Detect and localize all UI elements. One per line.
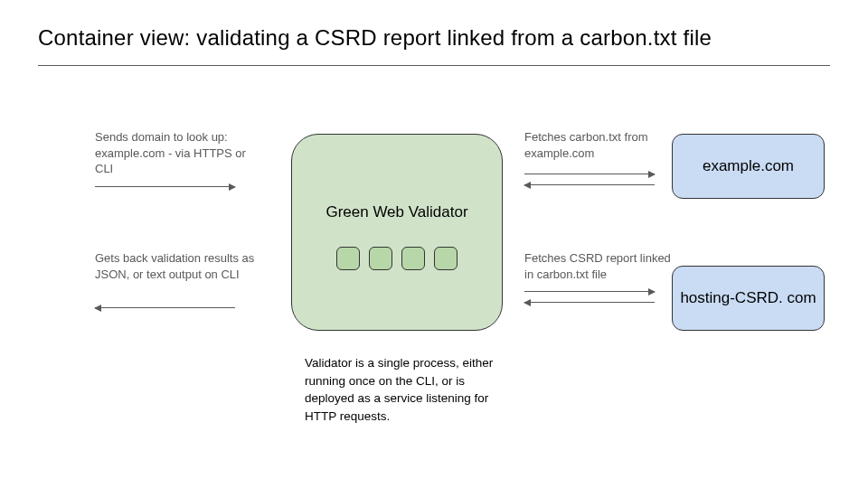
annotation-send: Sends domain to look up: example.com - v… xyxy=(95,129,258,177)
annotation-get: Gets back validation results as JSON, or… xyxy=(95,250,258,282)
external-example: example.com xyxy=(672,134,825,199)
validator-label: Green Web Validator xyxy=(292,203,502,221)
annotation-fetch-carbon: Fetches carbon.txt from example.com xyxy=(524,129,669,161)
arrow-carbon-in xyxy=(524,184,655,185)
arrow-csrd-out xyxy=(524,291,655,292)
validator-caption: Validator is a single process, either ru… xyxy=(305,354,513,425)
annotation-fetch-csrd: Fetches CSRD report linked in carbon.txt… xyxy=(524,250,678,282)
arrow-send xyxy=(95,186,235,187)
title-divider xyxy=(38,65,830,66)
plugin-slot xyxy=(336,247,360,270)
plugin-row xyxy=(292,247,502,270)
page-title: Container view: validating a CSRD report… xyxy=(38,25,712,51)
plugin-slot xyxy=(369,247,392,270)
arrow-get xyxy=(95,307,235,308)
arrow-csrd-in xyxy=(524,302,655,303)
plugin-slot xyxy=(401,247,425,270)
external-hosting: hosting-CSRD. com xyxy=(672,266,825,331)
validator-container: Green Web Validator xyxy=(291,134,503,331)
arrow-carbon-out xyxy=(524,174,655,174)
plugin-slot xyxy=(434,247,458,270)
